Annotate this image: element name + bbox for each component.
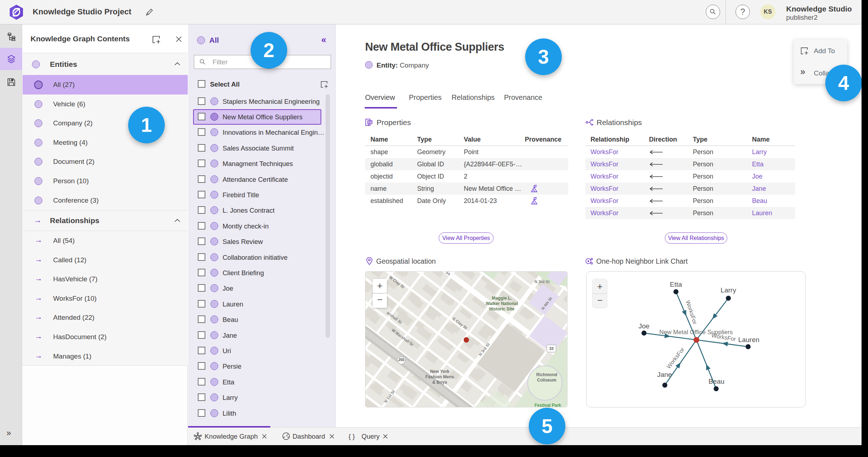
svg-text:Lauren: Lauren bbox=[738, 336, 759, 343]
svg-text:N 3rd St: N 3rd St bbox=[535, 280, 550, 284]
svg-text:Richmond: Richmond bbox=[536, 372, 557, 377]
svg-text:Jane: Jane bbox=[657, 371, 672, 378]
svg-text:Joe: Joe bbox=[639, 322, 650, 330]
svg-text:New York: New York bbox=[430, 369, 449, 374]
svg-text:Festival Park: Festival Park bbox=[535, 403, 561, 407]
svg-text:WorksFor: WorksFor bbox=[666, 346, 686, 370]
svg-text:Coliseum: Coliseum bbox=[537, 378, 556, 383]
svg-text:Maggie L.: Maggie L. bbox=[492, 296, 512, 301]
svg-text:Fashion Mens: Fashion Mens bbox=[425, 374, 454, 379]
svg-text:WorksFor: WorksFor bbox=[685, 300, 698, 326]
svg-text:Historic Site: Historic Site bbox=[489, 306, 514, 311]
svg-text:Walker National: Walker National bbox=[486, 301, 518, 306]
svg-text:250: 250 bbox=[398, 358, 405, 362]
svg-text:Etta: Etta bbox=[670, 281, 682, 288]
svg-text:Larry: Larry bbox=[720, 286, 736, 294]
svg-text:Beau: Beau bbox=[709, 378, 724, 385]
svg-text:& Boys: & Boys bbox=[432, 380, 447, 385]
svg-text:33: 33 bbox=[549, 346, 554, 351]
